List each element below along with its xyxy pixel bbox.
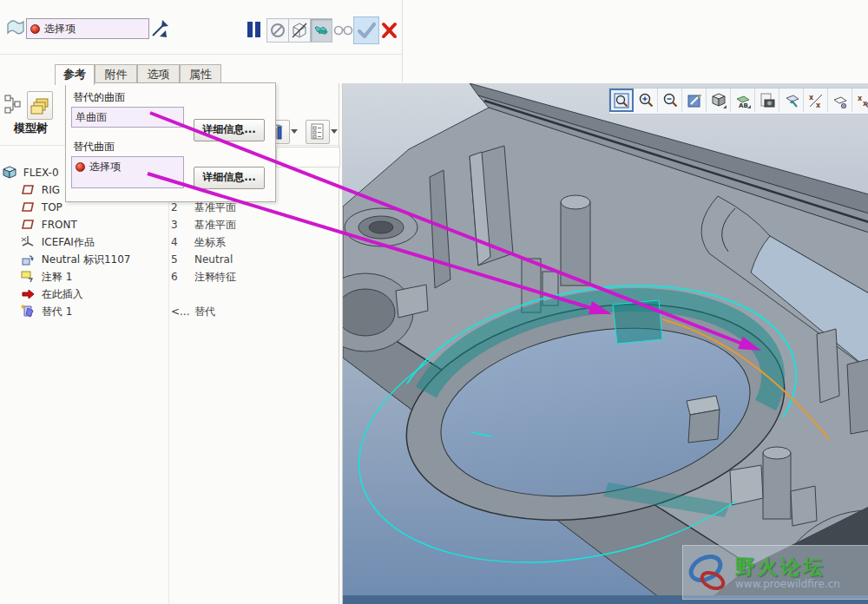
wireframe-preview-button[interactable] — [288, 18, 311, 43]
annotation-icon — [21, 270, 36, 283]
replaced-surface-field[interactable]: 单曲面 — [71, 107, 184, 128]
forum-watermark: 野火论坛 www.proewildfire.cn — [682, 545, 868, 600]
surface-collector-icon — [5, 17, 26, 41]
swap-arrows-icon[interactable] — [148, 18, 170, 43]
repaint-button[interactable] — [682, 89, 707, 112]
plane-display-button[interactable] — [828, 89, 852, 112]
point-display-button[interactable]: x x — [852, 89, 868, 112]
svg-text:*: * — [21, 305, 26, 313]
selection-value: 选择项 — [44, 22, 76, 36]
zoom-out-button[interactable] — [658, 89, 682, 112]
fix-tools-dropdown-icon[interactable] — [291, 129, 298, 134]
replacement-surface-label: 替代曲面 — [73, 140, 115, 154]
csys-icon — [21, 235, 36, 248]
screenshot-button[interactable] — [755, 89, 779, 112]
tree-structure-icon[interactable] — [3, 93, 24, 120]
no-preview-button[interactable] — [266, 18, 289, 43]
datum-plane-icon — [21, 218, 36, 231]
tree-row-insert-here[interactable]: 在此插入 — [0, 286, 339, 303]
replace-surface-panel: 替代的曲面 单曲面 详细信息... 替代曲面 选择项 详细信息... — [65, 82, 276, 202]
pause-icon[interactable] — [247, 21, 262, 41]
tab-properties[interactable]: 属性 — [180, 64, 221, 83]
replace-icon: * — [21, 305, 36, 318]
graphics-viewport[interactable] — [342, 83, 868, 604]
selection-field[interactable]: 选择项 — [26, 18, 149, 39]
viewport-toolbar: AB x x x x — [608, 88, 868, 115]
svg-text:x: x — [816, 102, 821, 109]
folders-button[interactable] — [27, 91, 53, 120]
named-views-button[interactable]: AB — [731, 89, 755, 112]
cancel-icon[interactable] — [380, 20, 399, 43]
tab-references[interactable]: 参考 — [55, 64, 95, 85]
details-button-2[interactable]: 详细信息... — [194, 167, 265, 189]
shaded-preview-button[interactable] — [310, 18, 332, 43]
tree-row-neutral[interactable]: Neutral 标识1107 5 Neutral — [0, 251, 339, 268]
creo-window: 选择项 参考 附件 — [0, 0, 868, 604]
neutral-icon — [21, 253, 36, 266]
selection-dot-icon — [76, 162, 85, 172]
tab-options[interactable]: 选项 — [137, 64, 180, 83]
mini-panel-box — [276, 147, 340, 167]
watermark-url: www.proewildfire.cn — [735, 578, 840, 590]
view-cube-button[interactable] — [707, 89, 731, 112]
tree-row-annotation[interactable]: 注释 1 6 注释特征 — [0, 268, 339, 286]
replacement-surface-field[interactable]: 选择项 — [71, 156, 184, 188]
tree-row-front-plane[interactable]: FRONT 3 基准平面 — [0, 216, 339, 233]
svg-text:AB: AB — [739, 102, 748, 109]
axis-display-button[interactable]: x x — [804, 89, 828, 112]
topbar-divider — [0, 54, 402, 55]
replaced-surface-label: 替代的曲面 — [73, 90, 125, 105]
model-tree-title: 模型树 — [14, 121, 48, 136]
checklist-dropdown-icon[interactable] — [331, 129, 338, 134]
datum-display-button[interactable] — [779, 89, 804, 112]
tab-attachments[interactable]: 附件 — [95, 64, 137, 83]
glasses-icon[interactable] — [333, 23, 354, 40]
datum-plane-icon — [21, 183, 36, 196]
watermark-title: 野火论坛 — [735, 555, 840, 578]
chrome-divider — [402, 0, 403, 82]
svg-text:x: x — [809, 94, 814, 102]
zoom-window-button[interactable] — [609, 89, 634, 112]
datum-plane-icon — [21, 200, 36, 213]
forum-logo-icon — [683, 548, 735, 598]
tree-row-replace-feature[interactable]: * 替代 1 <... 替代 — [0, 303, 339, 320]
checklist-button[interactable] — [306, 120, 330, 144]
details-button-1[interactable]: 详细信息... — [194, 119, 265, 141]
part-icon — [3, 166, 17, 179]
ok-button[interactable] — [353, 16, 379, 44]
selection-dot-icon — [30, 24, 40, 34]
zoom-in-button[interactable] — [634, 89, 658, 112]
insert-here-icon — [21, 287, 36, 300]
tree-row-csys[interactable]: ICEFAI作品 4 坐标系 — [0, 233, 339, 251]
